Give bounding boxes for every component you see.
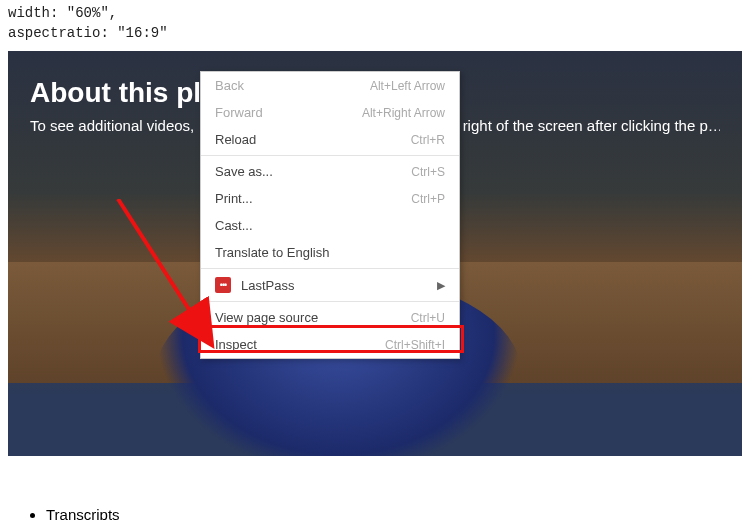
context-menu-cast-label: Cast... [215,218,253,233]
lastpass-icon: ••• [215,277,231,293]
context-menu-reload-shortcut: Ctrl+R [411,133,445,147]
context-menu-save-as[interactable]: Save as... Ctrl+S [201,158,459,185]
context-menu-back-shortcut: Alt+Left Arrow [370,79,445,93]
code-line-2: aspectratio: "16:9" [8,25,168,41]
browser-context-menu: Back Alt+Left Arrow Forward Alt+Right Ar… [200,71,460,359]
context-menu-back[interactable]: Back Alt+Left Arrow [201,72,459,99]
context-menu-cast[interactable]: Cast... [201,212,459,239]
code-snippet: width: "60%", aspectratio: "16:9" [0,0,750,51]
context-menu-separator [201,155,459,156]
context-menu-separator [201,301,459,302]
context-menu-inspect[interactable]: Inspect Ctrl+Shift+I [201,331,459,358]
code-line-1: width: "60%", [8,5,117,21]
submenu-arrow-icon: ▶ [437,279,445,292]
context-menu-print-shortcut: Ctrl+P [411,192,445,206]
video-sub-suffix: right of the screen after clicking the p… [463,117,720,134]
context-menu-reload[interactable]: Reload Ctrl+R [201,126,459,153]
video-sub-prefix: To see additional videos, [30,117,194,134]
context-menu-inspect-shortcut: Ctrl+Shift+I [385,338,445,352]
context-menu-save-as-shortcut: Ctrl+S [411,165,445,179]
context-menu-save-as-label: Save as... [215,164,273,179]
context-menu-reload-label: Reload [215,132,256,147]
context-menu-view-source-label: View page source [215,310,318,325]
context-menu-print-label: Print... [215,191,253,206]
context-menu-lastpass[interactable]: ••• LastPass ▶ [201,271,459,299]
list-item-transcripts[interactable]: Transcripts Transcript: Introduction [46,506,742,520]
context-menu-view-source[interactable]: View page source Ctrl+U [201,304,459,331]
list-item-label: Transcripts [46,506,120,520]
context-menu-inspect-label: Inspect [215,337,257,352]
context-menu-forward[interactable]: Forward Alt+Right Arrow [201,99,459,126]
context-menu-view-source-shortcut: Ctrl+U [411,311,445,325]
context-menu-translate[interactable]: Translate to English [201,239,459,266]
video-embed[interactable]: About this playl To see additional video… [8,51,742,456]
context-menu-forward-shortcut: Alt+Right Arrow [362,106,445,120]
context-menu-forward-label: Forward [215,105,263,120]
context-menu-lastpass-label: LastPass [241,278,294,293]
context-menu-separator [201,268,459,269]
context-menu-translate-label: Translate to English [215,245,329,260]
context-menu-print[interactable]: Print... Ctrl+P [201,185,459,212]
page-content-list: Transcripts Transcript: Introduction [0,456,750,520]
context-menu-back-label: Back [215,78,244,93]
